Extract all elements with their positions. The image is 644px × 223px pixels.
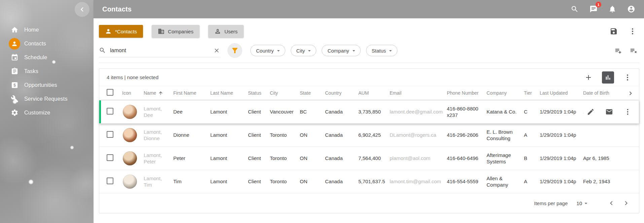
column-header-state[interactable]: State <box>300 90 325 96</box>
filter-button[interactable] <box>227 43 242 58</box>
view-options-button[interactable] <box>629 27 637 35</box>
row-checkbox[interactable] <box>107 108 113 115</box>
column-header-phone-number[interactable]: Phone Number <box>447 90 487 96</box>
person-icon <box>105 28 112 35</box>
search-icon <box>571 5 579 13</box>
cell-name: Lamont, Dionne <box>144 129 173 142</box>
column-header-city[interactable]: City <box>270 90 300 96</box>
sidebar-item-opportunities[interactable]: Opportunities <box>0 78 94 92</box>
previous-page-button[interactable] <box>607 198 616 208</box>
column-header-status[interactable]: Status <box>248 90 270 96</box>
edit-contact-button[interactable] <box>587 108 595 116</box>
cell-name: Lamont, Peter <box>144 152 173 165</box>
sidebar-collapse-button[interactable] <box>75 2 90 17</box>
clear-search-button[interactable] <box>213 47 220 54</box>
tab-users[interactable]: Users <box>208 25 244 38</box>
row-checkbox[interactable] <box>107 154 113 161</box>
sidebar-item-schedule[interactable]: Schedule <box>0 51 94 64</box>
filter-chip-company[interactable]: Company <box>322 45 360 56</box>
tab-companies[interactable]: Companies <box>152 25 200 38</box>
row-options-button[interactable] <box>624 108 632 116</box>
cell-last-name: Lamont <box>210 178 248 185</box>
tab-contacts[interactable]: *Contacts <box>99 25 143 38</box>
items-per-page-select[interactable]: 10 <box>576 200 589 206</box>
column-header-name[interactable]: Name <box>144 90 173 96</box>
chevron-right-icon <box>627 90 634 97</box>
add-item-button[interactable] <box>584 73 593 82</box>
filter-chip-status[interactable]: Status <box>366 45 398 56</box>
save-view-button[interactable] <box>610 27 618 35</box>
cell-state: ON <box>300 132 325 138</box>
chevron-down-icon <box>306 47 313 54</box>
cell-state: ON <box>300 155 325 162</box>
sidebar-item-customize[interactable]: Customize <box>0 106 94 120</box>
table-row[interactable]: Lamont, Dionne Dionne Lamont Client Toro… <box>99 124 639 147</box>
row-checkbox[interactable] <box>107 131 113 138</box>
next-page-button[interactable] <box>621 198 631 208</box>
cell-first-name: Dionne <box>173 132 210 138</box>
chart-view-button[interactable] <box>602 71 614 84</box>
add-sort-button[interactable] <box>614 47 622 55</box>
search-input[interactable] <box>110 47 213 54</box>
search-button[interactable] <box>570 4 579 14</box>
items-per-page-label: Items per page <box>534 200 568 206</box>
chip-label: Status <box>372 48 386 54</box>
cell-city: Toronto <box>270 132 300 138</box>
chevron-down-icon <box>275 47 282 54</box>
cell-last-name: Lamont <box>210 108 248 115</box>
cell-date-of-birth: Feb 2, 1943 <box>583 178 623 185</box>
chevron-right-icon <box>622 199 630 207</box>
sidebar-item-tasks[interactable]: Tasks <box>0 64 94 78</box>
table-row[interactable]: Lamont, Dee Dee Lamont Client Vancouver … <box>99 100 639 124</box>
cell-tier: A <box>524 132 540 138</box>
cell-aum: 6,902,425 <box>358 132 390 138</box>
column-header-last-updated[interactable]: Last Updated <box>540 90 583 96</box>
column-header-last-name[interactable]: Last Name <box>210 90 248 96</box>
cell-email: lamont.dee@gmail.com <box>390 108 447 115</box>
filter-row: Country City Company Status <box>99 43 639 58</box>
column-header-tier[interactable]: Tier <box>524 90 540 96</box>
account-button[interactable] <box>627 4 636 14</box>
notification-badge: 1 <box>596 2 601 7</box>
cell-state: ON <box>300 178 325 185</box>
cell-city: Toronto <box>270 155 300 162</box>
contacts-icon <box>9 38 20 50</box>
table-row[interactable]: Lamont, Peter Peter Lamont Client Toront… <box>99 147 639 170</box>
sidebar-item-contacts[interactable]: Contacts <box>0 37 94 51</box>
person-outline-icon <box>214 28 221 35</box>
cell-aum: 7,564,400 <box>358 155 390 162</box>
column-header-icon[interactable]: Icon <box>122 90 144 96</box>
chip-label: Company <box>327 48 349 54</box>
column-header-first-name[interactable]: First Name <box>173 90 210 96</box>
selection-summary: 4 items | none selected <box>107 74 158 80</box>
column-header-country[interactable]: Country <box>325 90 358 96</box>
row-checkbox[interactable] <box>107 178 113 184</box>
scroll-columns-button[interactable] <box>627 90 634 97</box>
clear-sort-button[interactable] <box>630 47 637 55</box>
select-all-checkbox[interactable] <box>107 89 113 96</box>
notifications-button[interactable] <box>608 4 617 14</box>
more-vertical-icon <box>629 27 637 35</box>
controls-section: *Contacts Companies Users <box>99 25 639 63</box>
cell-tier: C <box>524 108 540 115</box>
sidebar-item-home[interactable]: Home <box>0 23 94 37</box>
filter-chip-country[interactable]: Country <box>250 45 285 56</box>
column-header-email[interactable]: Email <box>390 90 447 96</box>
table-body: Lamont, Dee Dee Lamont Client Vancouver … <box>99 100 639 193</box>
column-header-company[interactable]: Company <box>487 90 524 96</box>
email-contact-button[interactable] <box>605 108 613 116</box>
column-header-aum[interactable]: AUM <box>358 90 390 96</box>
items-per-page-value: 10 <box>576 200 582 206</box>
chevron-down-icon <box>351 47 357 54</box>
sidebar-item-service-requests[interactable]: Service Requests <box>0 92 94 106</box>
table-row[interactable]: Lamont, Tim Tim Lamont Client Toronto ON… <box>99 170 639 193</box>
column-header-date-of-birth[interactable]: Date of Birth <box>583 90 623 96</box>
filter-chip-city[interactable]: City <box>291 45 317 56</box>
sort-add-icon <box>614 47 622 55</box>
calendar-icon <box>9 52 20 63</box>
cell-status: Client <box>248 178 270 185</box>
cell-first-name: Peter <box>173 155 210 162</box>
tab-label: *Contacts <box>115 29 137 34</box>
table-options-button[interactable] <box>623 73 632 82</box>
messages-button[interactable]: 1 <box>589 4 598 14</box>
